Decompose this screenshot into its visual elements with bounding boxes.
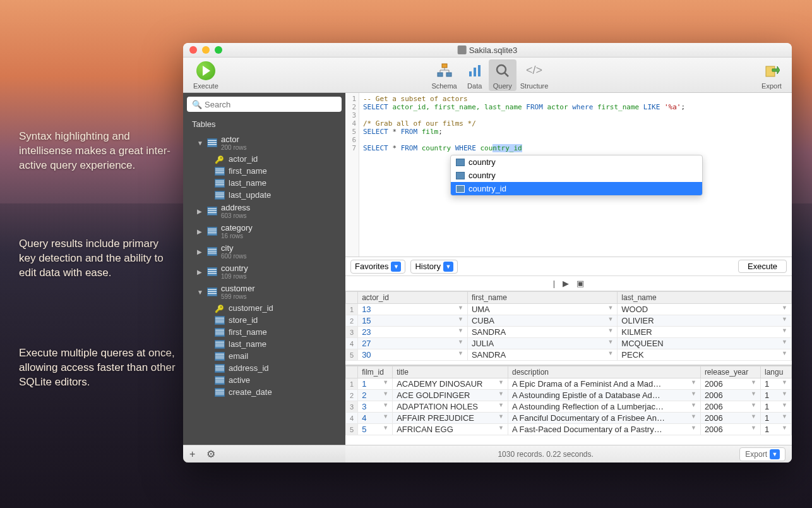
flag-icon[interactable]: ▶ — [560, 279, 571, 288]
table-country[interactable]: ▶country109 rows — [183, 262, 345, 282]
export-icon — [761, 61, 782, 81]
search-icon — [493, 61, 513, 81]
column-header[interactable]: last_name — [618, 292, 792, 304]
disclosure-icon: ▶ — [197, 208, 205, 215]
column-icon — [215, 328, 225, 337]
schema-icon — [434, 61, 455, 81]
table-customer[interactable]: ▼customer599 rows — [183, 282, 345, 302]
app-window: Sakila.sqlite3 Execute Schema Data — [183, 43, 792, 463]
favorites-dropdown[interactable]: Favorites▼ — [350, 260, 405, 274]
svg-rect-3 — [469, 71, 472, 76]
chevron-down-icon: ▼ — [391, 262, 401, 272]
schema-tab[interactable]: Schema — [427, 59, 460, 91]
svg-rect-1 — [438, 73, 443, 76]
table-icon — [207, 287, 217, 296]
disclosure-icon: ▶ — [197, 248, 205, 255]
column-last_name[interactable]: last_name — [183, 177, 345, 189]
column-icon — [215, 167, 225, 176]
column-icon — [215, 316, 225, 325]
status-message: 1030 records. 0.22 seconds. — [352, 450, 739, 459]
autocomplete-popup: countrycountrycountry_id — [450, 155, 703, 196]
gear-icon[interactable]: ⚙ — [204, 448, 218, 460]
table-row[interactable]: 113▼UMA▼WOOD▼ — [346, 304, 792, 315]
close-window-button[interactable] — [189, 46, 197, 54]
promo-text-1: Syntax highlighting and intellisense mak… — [19, 130, 177, 173]
column-icon — [215, 364, 225, 373]
column-icon — [215, 352, 225, 361]
column-icon — [215, 376, 225, 385]
table-actor[interactable]: ▼actor200 rows — [183, 133, 345, 153]
bar-chart-icon — [465, 61, 485, 81]
column-header[interactable]: first_name — [467, 292, 617, 304]
table-row[interactable]: 22▼ACE GOLDFINGER▼A Astounding Epistle o… — [346, 390, 792, 401]
key-icon — [215, 155, 225, 164]
svg-rect-5 — [478, 65, 481, 76]
table-icon — [207, 227, 217, 236]
search-input[interactable] — [205, 100, 337, 109]
chevron-down-icon: ▼ — [770, 449, 780, 459]
history-dropdown[interactable]: History▼ — [410, 260, 457, 274]
table-row[interactable]: 33▼ADAPTATION HOLES▼A Astounding Reflect… — [346, 401, 792, 413]
structure-tab[interactable]: </> Structure — [516, 59, 552, 91]
table-address[interactable]: ▶address603 rows — [183, 201, 345, 221]
column-header[interactable]: description — [508, 366, 700, 378]
column-header[interactable]: langu — [761, 366, 792, 378]
promo-text-2: Query results include primary key detect… — [19, 237, 177, 281]
table-row[interactable]: 530▼SANDRA▼PECK▼ — [346, 349, 792, 361]
export-results-button[interactable]: Export▼ — [739, 447, 785, 461]
export-button[interactable]: Export — [758, 59, 785, 91]
results-grid-2[interactable]: film_idtitledescriptionrelease_yearlangu… — [345, 366, 792, 445]
column-actor_id[interactable]: actor_id — [183, 153, 345, 165]
table-row[interactable]: 215▼CUBA▼OLIVIER▼ — [346, 315, 792, 327]
svg-rect-2 — [446, 73, 451, 76]
key-icon — [215, 304, 225, 313]
search-field[interactable]: 🔍 — [187, 97, 342, 112]
statusbar: 1030 records. 0.22 seconds. Export▼ — [345, 445, 792, 463]
column-header[interactable]: title — [393, 366, 508, 378]
table-row[interactable]: 427▼JULIA▼MCQUEEN▼ — [346, 338, 792, 349]
execute-query-button[interactable]: Execute — [738, 260, 787, 273]
execute-button[interactable]: Execute — [189, 59, 222, 91]
column-icon — [456, 159, 465, 166]
table-row[interactable]: 55▼AFRICAN EGG▼A Fast-Paced Documentary … — [346, 424, 792, 435]
search-icon: 🔍 — [192, 100, 202, 109]
sidebar: 🔍 Tables ▼actor200 rowsactor_idfirst_nam… — [183, 93, 345, 463]
autocomplete-item[interactable]: country_id — [451, 182, 702, 195]
play-icon — [196, 61, 215, 80]
query-tab[interactable]: Query — [489, 59, 516, 91]
column-icon — [215, 340, 225, 349]
minimize-window-button[interactable] — [202, 46, 210, 54]
promo-text-3: Execute multiple queres at once, allowin… — [19, 346, 177, 390]
results-grid-1[interactable]: actor_idfirst_namelast_name113▼UMA▼WOOD▼… — [345, 291, 792, 366]
zoom-window-button[interactable] — [215, 46, 222, 54]
autocomplete-item[interactable]: country — [451, 155, 702, 169]
disclosure-icon: ▶ — [197, 269, 205, 275]
column-first_name[interactable]: first_name — [183, 326, 345, 338]
column-create_date[interactable]: create_date — [183, 386, 345, 398]
column-first_name[interactable]: first_name — [183, 165, 345, 177]
autocomplete-item[interactable]: country — [451, 169, 702, 182]
line-gutter: 1234567 — [345, 93, 359, 257]
column-last_name[interactable]: last_name — [183, 338, 345, 350]
column-header[interactable]: actor_id — [358, 292, 468, 304]
table-city[interactable]: ▶city600 rows — [183, 241, 345, 262]
column-last_update[interactable]: last_update — [183, 189, 345, 201]
column-active[interactable]: active — [183, 374, 345, 386]
table-row[interactable]: 11▼ACADEMY DINOSAUR▼A Epic Drama of a Fe… — [346, 378, 792, 390]
titlebar: Sakila.sqlite3 — [183, 43, 792, 57]
column-store_id[interactable]: store_id — [183, 314, 345, 326]
column-address_id[interactable]: address_id — [183, 362, 345, 374]
data-tab[interactable]: Data — [461, 59, 489, 91]
column-header[interactable]: film_id — [358, 366, 393, 378]
svg-rect-4 — [474, 68, 476, 76]
column-header[interactable]: release_year — [700, 366, 760, 378]
table-row[interactable]: 323▼SANDRA▼KILMER▼ — [346, 327, 792, 338]
column-email[interactable]: email — [183, 350, 345, 362]
table-category[interactable]: ▶category16 rows — [183, 221, 345, 241]
add-button[interactable]: + — [187, 449, 198, 460]
table-row[interactable]: 44▼AFFAIR PREJUDICE▼A Fanciful Documenta… — [346, 413, 792, 424]
stack-icon[interactable]: ▣ — [574, 279, 587, 288]
table-icon — [207, 207, 217, 215]
column-customer_id[interactable]: customer_id — [183, 302, 345, 314]
svg-line-7 — [505, 73, 508, 76]
